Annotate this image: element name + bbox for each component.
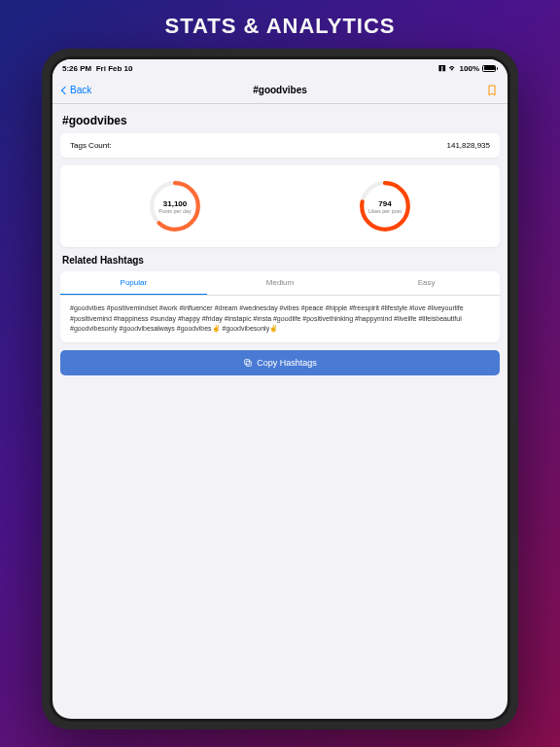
gauges-card: 31,100 Posts per day 794 Likes per post [60, 165, 500, 247]
ipad-bezel: 5:26 PM Fri Feb 10 ䷖ ᯤ 100% Back #goodvi… [50, 56, 510, 722]
gauge2-value: 794 [378, 199, 391, 208]
tags-count-value: 141,828,935 [447, 141, 491, 150]
status-bar: 5:26 PM Fri Feb 10 ䷖ ᯤ 100% [52, 59, 508, 77]
bookmark-button[interactable] [486, 84, 498, 97]
related-card: Popular Medium Easy #goodvibes #positive… [60, 271, 500, 342]
svg-rect-5 [245, 359, 250, 364]
nav-bar: Back #goodvibes [52, 77, 508, 104]
bookmark-icon [486, 84, 498, 97]
back-button[interactable]: Back [62, 85, 91, 95]
wifi-icon: ䷖ ᯤ [438, 64, 456, 73]
tags-count-card: Tags Count: 141,828,935 [60, 133, 500, 158]
gauge-likes-per-post: 794 Likes per post [358, 179, 412, 233]
copy-label: Copy Hashtags [257, 358, 317, 368]
tabs-row: Popular Medium Easy [60, 271, 500, 296]
status-right: ䷖ ᯤ 100% [438, 64, 498, 73]
page-heading: #goodvibes [62, 114, 500, 127]
gauge2-label: Likes per post [368, 208, 402, 214]
gauge-posts-per-day: 31,100 Posts per day [148, 179, 202, 233]
status-left: 5:26 PM Fri Feb 10 [62, 64, 132, 73]
tab-easy[interactable]: Easy [353, 271, 500, 295]
hashtags-text: #goodvibes #positivemindset #work #influ… [60, 296, 500, 342]
ipad-frame: 5:26 PM Fri Feb 10 ䷖ ᯤ 100% Back #goodvi… [42, 49, 518, 729]
gauge1-value: 31,100 [163, 199, 187, 208]
content-area: #goodvibes Tags Count: 141,828,935 31,10… [52, 104, 508, 719]
copy-hashtags-button[interactable]: Copy Hashtags [60, 350, 500, 375]
related-title: Related Hashtags [62, 255, 500, 266]
screen: 5:26 PM Fri Feb 10 ䷖ ᯤ 100% Back #goodvi… [52, 59, 508, 719]
nav-title: #goodvibes [253, 85, 307, 95]
tab-medium[interactable]: Medium [207, 271, 354, 295]
tags-count-label: Tags Count: [70, 141, 112, 150]
copy-icon [243, 358, 253, 368]
chevron-left-icon [61, 86, 69, 93]
gauge1-label: Posts per day [158, 208, 192, 214]
svg-rect-4 [247, 361, 252, 366]
battery-icon [482, 65, 498, 72]
back-label: Back [70, 85, 91, 95]
tab-popular[interactable]: Popular [60, 271, 207, 295]
battery-pct: 100% [460, 64, 479, 73]
banner-title: STATS & ANALYTICS [164, 14, 395, 39]
